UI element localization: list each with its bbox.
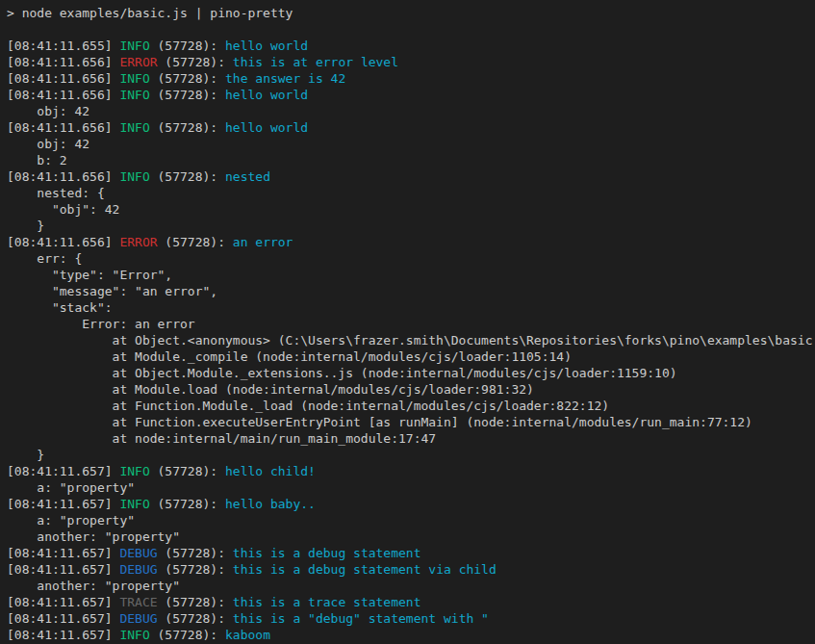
log-line: [08:41:11.656] ERROR (57728): this is at… (7, 54, 815, 70)
log-detail-text: obj: 42 (7, 104, 89, 118)
log-message: hello world (225, 120, 308, 135)
log-timestamp: [08:41:11.657] (7, 464, 119, 478)
log-line: [08:41:11.657] INFO (57728): hello child… (7, 463, 815, 479)
log-line: [08:41:11.657] DEBUG (57728): this is a … (7, 545, 815, 561)
log-line: [08:41:11.655] INFO (57728): hello world (7, 38, 815, 54)
log-message: nested (225, 169, 270, 184)
log-pid: (57728): (158, 595, 233, 609)
log-line: [08:41:11.656] INFO (57728): the answer … (7, 70, 815, 87)
log-level-debug: DEBUG (119, 611, 157, 626)
log-pid: (57728): (150, 169, 225, 184)
log-line: [08:41:11.657] DEBUG (57728): this is a … (7, 610, 815, 627)
log-message: kaboom (225, 628, 270, 642)
log-detail-line: } (7, 447, 815, 463)
command-line: > node examples/basic.js | pino-pretty (7, 5, 815, 21)
log-detail-line: "type": "Error", (7, 267, 815, 283)
log-detail-line: a: "property" (7, 512, 815, 528)
log-level-info: INFO (119, 71, 149, 86)
log-detail-text: a: "property" (7, 513, 135, 528)
terminal-window[interactable]: > node examples/basic.js | pino-pretty [… (0, 0, 815, 644)
log-message: an error (233, 235, 293, 249)
log-timestamp: [08:41:11.656] (7, 88, 119, 102)
log-detail-text: obj: 42 (7, 137, 89, 151)
log-detail-line: at node:internal/main/run_main_module:17… (7, 430, 815, 447)
command-text: node examples/basic.js | pino-pretty (22, 6, 293, 20)
log-detail-line: "obj": 42 (7, 201, 815, 218)
log-level-debug: DEBUG (119, 562, 157, 577)
log-line: [08:41:11.657] INFO (57728): kaboom (7, 627, 815, 643)
log-output: [08:41:11.655] INFO (57728): hello world… (7, 38, 815, 643)
log-detail-line: } (7, 218, 815, 234)
log-level-info: INFO (119, 39, 149, 53)
log-detail-text: "obj": 42 (7, 202, 119, 217)
log-level-info: INFO (119, 497, 149, 511)
log-detail-text: at Function.executeUserEntryPoint [as ru… (7, 415, 752, 429)
log-line: [08:41:11.657] INFO (57728): hello baby.… (7, 496, 815, 512)
log-detail-text: } (7, 219, 44, 233)
log-detail-text: } (7, 448, 44, 462)
log-detail-line: at Object.Module._extensions..js (node:i… (7, 365, 815, 381)
log-detail-text: "message": "an error", (7, 284, 217, 298)
log-detail-line: Error: an error (7, 316, 815, 332)
log-detail-line: another: "property" (7, 578, 815, 594)
log-detail-line: at Module.load (node:internal/modules/cj… (7, 381, 815, 398)
log-detail-text: at Function.Module._load (node:internal/… (7, 399, 609, 413)
log-detail-text: "stack": (7, 300, 113, 315)
log-detail-text: "type": "Error", (7, 268, 172, 282)
log-timestamp: [08:41:11.657] (7, 611, 119, 626)
log-message: this is a debug statement via child (233, 562, 497, 577)
log-message: hello child! (225, 464, 316, 478)
log-message: hello baby.. (225, 497, 316, 511)
prompt-space (14, 6, 22, 20)
log-detail-line: at Function.Module._load (node:internal/… (7, 398, 815, 414)
log-detail-text: at Module._compile (node:internal/module… (7, 349, 572, 364)
log-detail-line: err: { (7, 250, 815, 267)
log-message: hello world (225, 39, 308, 53)
log-detail-line: another: "property" (7, 528, 815, 545)
log-pid: (57728): (158, 611, 233, 626)
log-pid: (57728): (150, 497, 225, 511)
log-detail-line: obj: 42 (7, 103, 815, 119)
log-pid: (57728): (150, 88, 225, 102)
log-detail-text: another: "property" (7, 529, 180, 544)
log-message: this is a "debug" statement with " (233, 611, 489, 626)
log-timestamp: [08:41:11.656] (7, 120, 119, 135)
log-level-info: INFO (119, 88, 149, 102)
log-detail-text: a: "property" (7, 480, 135, 495)
log-timestamp: [08:41:11.657] (7, 497, 119, 511)
log-line: [08:41:11.656] INFO (57728): hello world (7, 119, 815, 136)
log-level-info: INFO (119, 120, 149, 135)
log-detail-text: at node:internal/main/run_main_module:17… (7, 431, 436, 446)
log-timestamp: [08:41:11.656] (7, 71, 119, 86)
log-line: [08:41:11.656] INFO (57728): nested (7, 168, 815, 185)
log-detail-line: obj: 42 (7, 136, 815, 152)
shell-prompt: > (7, 6, 14, 20)
log-timestamp: [08:41:11.656] (7, 55, 119, 69)
log-timestamp: [08:41:11.657] (7, 562, 119, 577)
log-detail-line: at Function.executeUserEntryPoint [as ru… (7, 414, 815, 430)
log-pid: (57728): (158, 55, 233, 69)
log-message: this is a trace statement (233, 595, 421, 609)
log-detail-text: at Object.Module._extensions..js (node:i… (7, 366, 677, 380)
log-detail-text: at Object.<anonymous> (C:\Users\frazer.s… (7, 333, 815, 348)
log-timestamp: [08:41:11.656] (7, 169, 119, 184)
log-detail-line: nested: { (7, 185, 815, 201)
log-line: [08:41:11.657] TRACE (57728): this is a … (7, 594, 815, 610)
log-level-error: ERROR (119, 235, 157, 249)
log-message: this is at error level (233, 55, 398, 69)
log-timestamp: [08:41:11.657] (7, 628, 119, 642)
log-detail-text: Error: an error (7, 317, 195, 331)
log-level-trace: TRACE (119, 595, 157, 609)
log-pid: (57728): (158, 235, 233, 249)
log-pid: (57728): (150, 120, 225, 135)
log-level-info: INFO (119, 628, 149, 642)
log-level-debug: DEBUG (119, 546, 157, 560)
log-detail-text: b: 2 (7, 153, 67, 167)
log-detail-text: another: "property" (7, 579, 180, 593)
log-pid: (57728): (150, 464, 225, 478)
log-line: [08:41:11.656] INFO (57728): hello world (7, 87, 815, 103)
log-timestamp: [08:41:11.655] (7, 39, 119, 53)
log-detail-text: nested: { (7, 186, 105, 200)
log-level-info: INFO (119, 169, 149, 184)
blank-line (7, 21, 815, 38)
